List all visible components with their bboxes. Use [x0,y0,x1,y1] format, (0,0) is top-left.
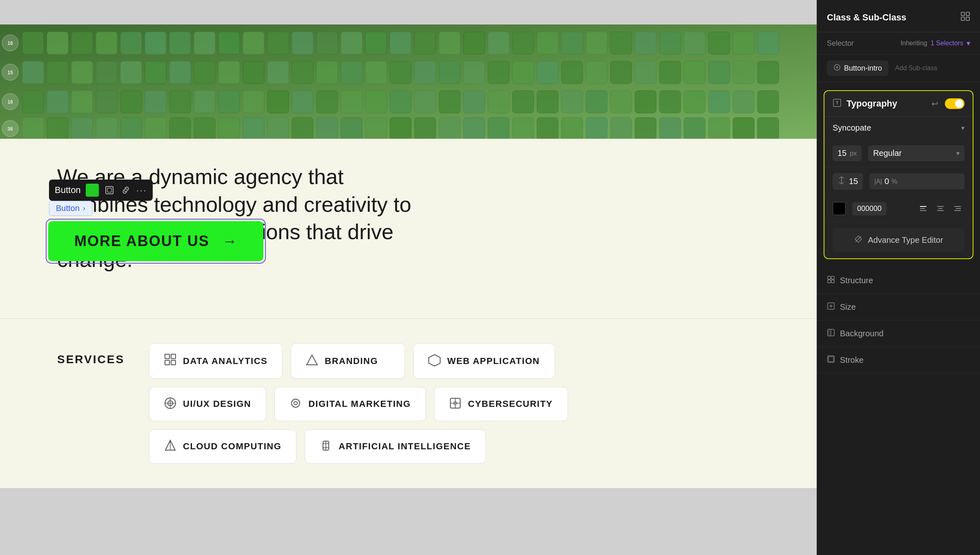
stroke-section[interactable]: Stroke [817,347,980,373]
svg-rect-87 [463,91,485,113]
svg-rect-82 [341,91,362,113]
typography-panel: T Typography ↩ Syncopate ▾ 15 px Regular [824,90,973,259]
svg-rect-132 [757,118,779,139]
services-row-2: UI/UX DESIGN DIGITAL MARKETING [149,387,568,421]
size-section[interactable]: Size [817,294,980,320]
advance-type-editor-button[interactable]: Advance Type Editor [833,228,964,252]
svg-rect-88 [488,91,509,113]
svg-rect-50 [365,61,387,84]
align-left-button[interactable] [916,202,930,215]
svg-rect-81 [316,91,338,113]
font-family-chevron: ▾ [961,124,964,132]
svg-rect-122 [512,118,534,139]
size-label: Size [840,302,856,312]
svg-rect-7 [120,32,142,54]
svg-rect-66 [757,61,779,84]
stroke-icon [827,355,835,365]
cta-button[interactable]: MORE ABOUT US → [48,221,263,261]
svg-rect-53 [439,61,460,84]
service-item-cloud[interactable]: CLOUD COMPUTING [149,429,296,464]
align-right-button[interactable] [951,202,964,215]
svg-rect-57 [537,61,558,84]
svg-rect-91 [561,91,583,113]
toolbar-frame-icon[interactable] [104,184,115,196]
spacing-row: 15 |A| 0 % [824,167,973,196]
svg-rect-4 [47,32,68,54]
stadium-seats-svg: 16 [0,24,841,139]
toolbar-more-icon[interactable]: ··· [136,184,147,196]
svg-rect-36 [22,61,44,84]
canvas-area: 16 [0,0,841,555]
cta-arrow-icon: → [223,233,237,250]
line-height-value: 15 [849,177,858,186]
selector-count[interactable]: 1 Selectors [931,40,963,47]
service-label-uiux: UI/UX DESIGN [183,399,251,409]
service-item-uiux[interactable]: UI/UX DESIGN [149,387,266,421]
service-item-analytics[interactable]: DATA ANALYTICS [149,343,283,379]
typography-icon: T [833,98,842,109]
font-family-row[interactable]: Syncopate ▾ [824,117,973,140]
svg-rect-39 [96,61,117,84]
digital-icon [290,397,302,411]
letter-spacing-input[interactable]: |A| 0 % [869,173,964,189]
font-size-input[interactable]: 15 px [833,145,862,161]
svg-text:16: 16 [7,40,13,46]
svg-rect-18 [390,32,411,54]
service-item-digital[interactable]: DIGITAL MARKETING [274,387,426,421]
typography-panel-header: T Typography ↩ [824,91,973,117]
svg-rect-133 [106,186,113,194]
svg-rect-20 [439,32,460,54]
svg-rect-112 [267,118,289,139]
class-tag-row: Button-intro Add Sub-class [817,55,980,82]
structure-section[interactable]: Structure [817,267,980,294]
svg-rect-114 [316,118,338,139]
svg-rect-90 [537,91,558,113]
svg-rect-30 [684,32,705,54]
svg-text:16: 16 [7,99,13,105]
panel-expand-icon[interactable] [960,11,970,24]
svg-rect-130 [708,118,730,139]
svg-rect-11 [218,32,240,54]
background-section[interactable]: Background [817,320,980,347]
color-hex-value[interactable]: 000000 [852,202,886,215]
svg-text:15: 15 [7,70,13,75]
svg-rect-106 [120,118,142,139]
font-weight-select[interactable]: Regular ▾ [868,145,964,161]
svg-rect-105 [96,118,117,139]
font-size-row: 15 px Regular ▾ [824,140,973,167]
font-size-value: 15 [837,149,846,158]
services-row-1: DATA ANALYTICS BRANDING [149,343,568,379]
svg-rect-64 [708,61,730,84]
svg-line-169 [839,182,842,184]
class-tag-label: Button-intro [844,64,882,73]
svg-rect-76 [194,91,215,113]
toolbar-color-swatch[interactable] [86,184,99,197]
toolbar-button-label: Button [55,185,81,195]
service-item-cybersecurity[interactable]: CYBERSECURITY [434,387,568,421]
svg-rect-92 [586,91,607,113]
add-subclass-label[interactable]: Add Sub-class [895,64,937,72]
align-center-button[interactable] [933,202,947,215]
svg-rect-108 [169,118,191,139]
svg-rect-78 [243,91,264,113]
button-tag-text: Button [56,204,80,213]
svg-line-170 [842,182,844,184]
selector-chevron[interactable]: ▾ [967,39,970,48]
class-tag[interactable]: Button-intro [827,60,889,76]
advance-editor-label: Advance Type Editor [868,235,943,245]
svg-rect-136 [171,354,176,359]
svg-marker-140 [429,355,440,366]
typography-toggle[interactable] [945,98,964,109]
service-item-webapp[interactable]: WEB APPLICATION [413,343,555,379]
service-label-digital: DIGITAL MARKETING [308,399,411,409]
svg-rect-86 [439,91,460,113]
button-tag[interactable]: Button › [49,201,92,216]
toolbar-link-icon[interactable] [120,184,131,196]
button-toolbar[interactable]: Button ··· [49,180,153,201]
service-item-ai[interactable]: ARTIFICIAL INTELLIGENCE [305,429,486,464]
typography-back-icon[interactable]: ↩ [931,99,938,109]
service-label-cloud: CLOUD COMPUTING [183,441,281,452]
line-height-input[interactable]: 15 [833,173,863,190]
color-swatch[interactable] [833,202,846,215]
service-item-branding[interactable]: BRANDING [291,343,405,379]
